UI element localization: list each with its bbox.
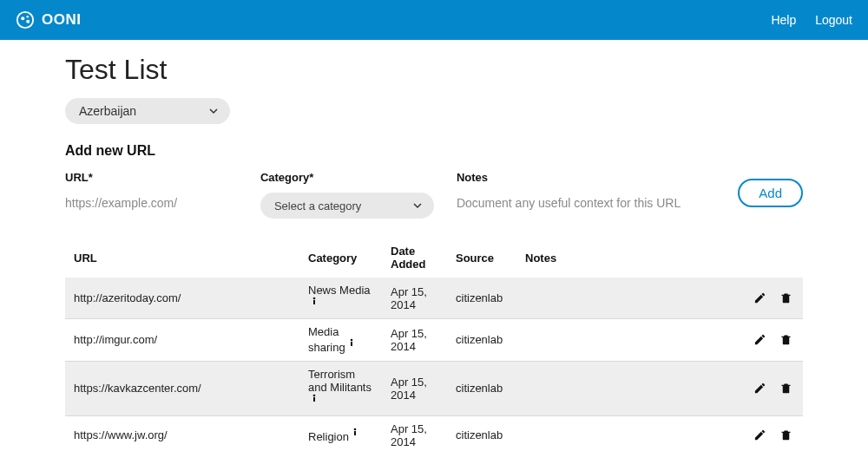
cell-url: https://kavkazcenter.com/ (65, 361, 299, 415)
edit-button[interactable] (751, 427, 768, 444)
brand-name: OONI (42, 11, 81, 29)
cell-source: citizenlab (447, 319, 516, 361)
svg-point-4 (313, 297, 316, 300)
col-header-actions (737, 238, 803, 278)
table-row: http://imgur.com/ Media sharing Apr 15, … (65, 319, 803, 361)
notes-field-group: Notes (457, 171, 715, 213)
url-label: URL* (65, 171, 238, 184)
url-input[interactable] (65, 193, 238, 214)
edit-button[interactable] (751, 380, 768, 397)
cell-notes (516, 415, 737, 451)
cell-source: citizenlab (447, 361, 516, 415)
help-link[interactable]: Help (771, 13, 796, 27)
cell-category: Media sharing (299, 319, 382, 361)
add-button[interactable]: Add (738, 179, 803, 207)
country-select-value: Azerbaijan (79, 104, 136, 118)
category-select[interactable]: Select a category (260, 193, 434, 219)
country-select[interactable]: Azerbaijan (65, 98, 230, 124)
svg-rect-11 (354, 431, 356, 435)
category-select-value: Select a category (274, 199, 361, 212)
trash-icon (779, 333, 792, 346)
add-url-form: URL* Category* Select a category Notes A… (65, 171, 803, 219)
cell-date: Apr 15, 2014 (382, 319, 447, 361)
cell-notes (516, 278, 737, 319)
pencil-icon (753, 333, 766, 346)
logout-link[interactable]: Logout (815, 13, 852, 27)
pencil-icon (753, 428, 766, 441)
pencil-icon (753, 291, 766, 304)
url-field-group: URL* (65, 171, 238, 214)
table-row: https://kavkazcenter.com/ Terrorism and … (65, 361, 803, 415)
url-table: URL Category Date Added Source Notes htt… (65, 238, 803, 451)
cell-url: http://imgur.com/ (65, 319, 299, 361)
col-header-category: Category (299, 238, 382, 278)
table-row: http://azeritoday.com/ News Media Apr 15… (65, 278, 803, 319)
svg-point-2 (26, 20, 30, 23)
cell-actions (737, 361, 803, 415)
info-icon[interactable] (351, 428, 359, 436)
edit-button[interactable] (751, 289, 768, 306)
main-content: Test List Azerbaijan Add new URL URL* Ca… (0, 40, 868, 451)
cell-actions (737, 415, 803, 451)
delete-button[interactable] (777, 289, 794, 306)
cell-actions (737, 319, 803, 361)
cell-url: http://azeritoday.com/ (65, 278, 299, 319)
cell-category: Religion (299, 415, 382, 451)
table-row: https://www.jw.org/ Religion Apr 15, 201… (65, 415, 803, 451)
page-title: Test List (65, 54, 803, 86)
delete-button[interactable] (777, 380, 794, 397)
svg-point-6 (350, 339, 352, 342)
trash-icon (779, 291, 792, 304)
col-header-source: Source (447, 238, 516, 278)
category-label: Category* (260, 171, 434, 184)
svg-point-1 (21, 16, 24, 20)
add-url-heading: Add new URL (65, 143, 803, 159)
notes-input[interactable] (457, 193, 715, 213)
notes-label: Notes (457, 171, 715, 184)
info-icon[interactable] (310, 297, 319, 305)
delete-button[interactable] (777, 331, 794, 349)
top-nav: OONI Help Logout (0, 0, 868, 40)
svg-rect-9 (313, 397, 315, 402)
cell-source: citizenlab (447, 415, 516, 451)
svg-rect-5 (313, 300, 315, 304)
info-icon[interactable] (347, 338, 356, 347)
brand-logo-icon (16, 10, 35, 29)
brand[interactable]: OONI (16, 10, 81, 29)
svg-point-0 (17, 12, 33, 28)
cell-source: citizenlab (447, 278, 516, 319)
chevron-down-icon (413, 201, 422, 210)
col-header-date: Date Added (382, 238, 447, 278)
svg-point-3 (26, 16, 29, 18)
cell-url: https://www.jw.org/ (65, 415, 299, 451)
chevron-down-icon (209, 107, 218, 115)
info-icon[interactable] (310, 394, 319, 402)
svg-point-8 (313, 394, 316, 396)
col-header-notes: Notes (516, 238, 737, 278)
category-field-group: Category* Select a category (260, 171, 434, 219)
svg-point-10 (354, 428, 357, 431)
cell-notes (516, 361, 737, 415)
svg-rect-7 (351, 342, 352, 346)
trash-icon (779, 428, 792, 441)
col-header-url: URL (65, 238, 299, 278)
edit-button[interactable] (751, 331, 768, 349)
trash-icon (779, 382, 792, 395)
cell-notes (516, 319, 737, 361)
delete-button[interactable] (777, 427, 794, 444)
cell-date: Apr 15, 2014 (382, 278, 447, 319)
cell-actions (737, 278, 803, 319)
cell-date: Apr 15, 2014 (382, 415, 447, 451)
cell-category: Terrorism and Militants (299, 361, 382, 415)
cell-date: Apr 15, 2014 (382, 361, 447, 415)
cell-category: News Media (299, 278, 382, 319)
pencil-icon (753, 382, 766, 395)
